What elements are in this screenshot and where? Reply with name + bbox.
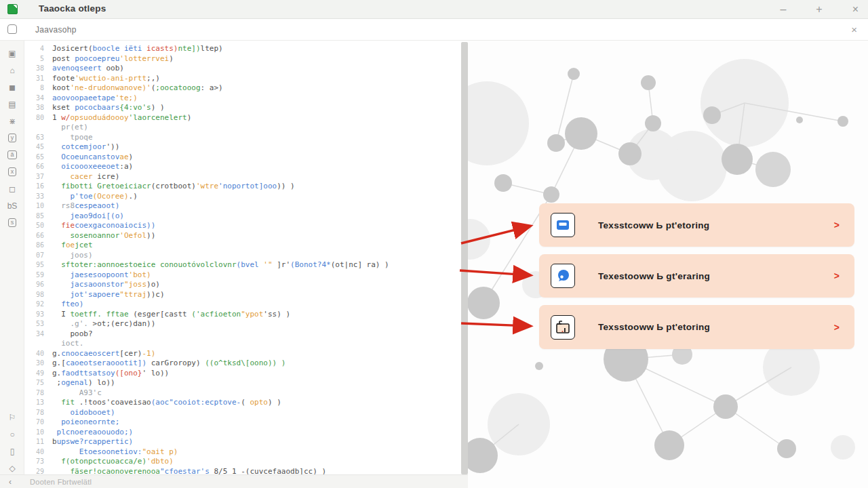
code-token: coexgaconoaiocis)) xyxy=(75,221,155,231)
code-line[interactable]: 65 Ocoeuncanstovae) xyxy=(25,152,461,163)
code-line[interactable]: 96 jacsaoonstor"joss)o) xyxy=(25,280,461,290)
line-number: 11 xyxy=(25,437,44,447)
code-line[interactable]: 11bupswe?rcappertic) xyxy=(25,437,461,447)
code-line[interactable]: 10 rs8cespeaoot) xyxy=(25,201,461,211)
code-token: cacer xyxy=(52,172,93,182)
code-token: faodttsatsoy xyxy=(61,369,115,379)
code-line[interactable]: 70 poieoneornte; xyxy=(25,418,461,428)
code-token: carGroropy) xyxy=(146,359,205,369)
code-line[interactable]: 4Josicert(boocle iëti icasts)nte])ltep) xyxy=(25,44,461,54)
code-line[interactable]: 31foote'wuctio-ani-prtt;,) xyxy=(25,74,461,84)
flag-icon[interactable]: ⚐ xyxy=(9,409,16,426)
minimize-button[interactable]: – xyxy=(777,0,789,19)
code-token: jeao9doi[(o) xyxy=(52,211,124,222)
code-line[interactable]: 92 fteo) xyxy=(25,300,461,310)
a-box-icon[interactable]: ā xyxy=(7,146,16,163)
chevron-right-icon[interactable]: > xyxy=(834,322,840,333)
home-icon[interactable]: ⌂ xyxy=(9,62,14,79)
line-number: 34 xyxy=(25,94,44,104)
close-window-button[interactable]: × xyxy=(850,0,861,19)
line-number: 13 xyxy=(25,398,44,408)
chevron-right-icon[interactable]: > xyxy=(834,220,840,230)
line-number: 85 xyxy=(25,211,44,222)
code-line[interactable]: 53 .g'. >ot;(erc)dan)) xyxy=(25,319,461,329)
code-line[interactable]: 86 foejcet xyxy=(25,241,461,251)
line-number: 5 xyxy=(25,54,44,64)
code-line[interactable]: 66 sosenoannor'Oefol)) xyxy=(25,231,461,241)
line-number: 34 xyxy=(25,329,44,340)
code-line[interactable]: 45 cotcemjoor')) xyxy=(25,142,461,152)
code-token: Etoesoonetiov: xyxy=(52,447,142,458)
code-line[interactable]: 8koot'ne-drudonwanove)'(;oocatooog: a>) xyxy=(25,83,461,94)
code-line[interactable]: 5post poocoepreu'lotterrvei) xyxy=(25,54,461,64)
shuffle-icon: ⋇ xyxy=(9,117,16,126)
code-line[interactable]: 38kset pococbaars{4:vo's) ) xyxy=(25,103,461,113)
inbox-icon[interactable]: ▣ xyxy=(8,45,16,62)
code-token: ltep) xyxy=(201,44,223,54)
code-line[interactable]: 59 jaesesoopoont'bot) xyxy=(25,270,461,281)
code-line[interactable]: 75 ;ogenal) lo)) xyxy=(25,378,461,388)
card-icon[interactable]: ▤ xyxy=(8,96,16,113)
code-line[interactable]: 95 sftoter:aonnoestoeice conouotóvolclov… xyxy=(25,260,461,270)
x-box-icon[interactable]: x xyxy=(8,163,17,180)
circle-icon[interactable]: ○ xyxy=(9,426,14,443)
y-box-icon[interactable]: y xyxy=(8,129,17,146)
step-card-2[interactable]: Texestooww Ь gt'eraring > xyxy=(539,254,854,298)
line-number: 75 xyxy=(25,378,44,388)
code-line[interactable]: 38avenoqseert oob) xyxy=(25,64,461,74)
code-line[interactable]: 40 Etoesoonetiov:"oait p) xyxy=(25,447,461,458)
code-line[interactable]: 37 cacer icre) xyxy=(25,172,461,182)
code-line[interactable]: pr(et) xyxy=(25,123,461,133)
inbox-icon: ▣ xyxy=(8,49,16,58)
code-line[interactable]: 34 poob? xyxy=(25,329,461,340)
code-line[interactable]: ioct. xyxy=(25,339,461,349)
page-icon[interactable]: ▯ xyxy=(10,443,15,460)
code-token: "ttraj xyxy=(119,290,146,300)
line-number: 95 xyxy=(25,260,44,270)
shuffle-icon[interactable]: ⋇ xyxy=(9,113,16,129)
code-token: toetff. fftae xyxy=(71,310,134,320)
editor-scrollbar[interactable] xyxy=(461,42,468,474)
code-token: 'bot) xyxy=(129,270,151,281)
code-token: (aoc"cooiot:ecptove- xyxy=(151,398,241,408)
code-line[interactable]: 16 fibotti Gretoeiciacr(crotboot)'wtre'n… xyxy=(25,182,461,192)
code-line[interactable]: 07 joos) xyxy=(25,251,461,261)
code-line[interactable]: 801 w/opsuoduádoooy'laorcenelert) xyxy=(25,113,461,123)
briefcase-icon[interactable]: ◻ xyxy=(9,180,16,197)
code-line[interactable]: 63 tpoqe xyxy=(25,133,461,143)
code-line[interactable]: 78 oidobooet) xyxy=(25,408,461,418)
code-line[interactable]: 10 plcnoereaoouodo;) xyxy=(25,428,461,438)
close-tab-icon[interactable]: × xyxy=(851,24,857,35)
s-box-icon[interactable]: s xyxy=(8,214,17,231)
code-line[interactable]: 30g.[caoeotseraoootit]) carGroropy) ((o^… xyxy=(25,359,461,369)
tab-javascript[interactable]: Jaavasohp xyxy=(35,25,77,35)
code-editor[interactable]: 4Josicert(boocle iëti icasts)nte])ltep)5… xyxy=(25,41,461,474)
code-line[interactable]: 93 I toetff. fftae (esger[castt ('acfioe… xyxy=(25,310,461,320)
code-line[interactable]: 29 fäser!ocaonoverenooa"cfoestar's 8/5 1… xyxy=(25,467,461,475)
code-token: (Bonot?4* xyxy=(290,260,331,270)
code-token: :a) xyxy=(119,162,133,172)
line-number: 10 xyxy=(25,428,44,438)
code-token: g. xyxy=(52,349,61,359)
step-card-1[interactable]: Texsstcoww Ь pt'etoring > xyxy=(539,203,854,247)
code-line[interactable]: 73 f(otonpctcuoacca/e)'dbto) xyxy=(25,457,461,467)
code-line[interactable]: 49g.faodttsatsoy([ono}' lo)) xyxy=(25,369,461,379)
code-line[interactable]: 13 fit .!toos'coaveisao(aoc"cooiot:ecpto… xyxy=(25,398,461,408)
code-line[interactable]: 85 jeao9doi[(o) xyxy=(25,211,461,222)
code-line[interactable]: 40g.cnoocaeoscert[cer)-1) xyxy=(25,349,461,359)
code-token: Ocoeuncanstov xyxy=(52,152,119,163)
back-chevron-icon[interactable]: ‹ xyxy=(9,477,12,487)
code-line[interactable]: 66 oicoooxeeeoet:a) xyxy=(25,162,461,172)
new-window-button[interactable]: + xyxy=(813,0,825,19)
step-card-3[interactable]: Texsstooww Ь pt'etoring > xyxy=(539,305,854,349)
message-icon xyxy=(551,213,575,237)
code-line[interactable]: 50 fiecoexgaconoaiocis)) xyxy=(25,221,461,231)
bs-icon[interactable]: bS xyxy=(7,197,18,214)
code-line[interactable]: 98 jot'sapoere"ttraj))c) xyxy=(25,290,461,300)
flag-icon: ⚐ xyxy=(9,413,16,422)
code-line[interactable]: 78 A93'c xyxy=(25,388,461,399)
bag-icon[interactable]: ◼ xyxy=(9,79,16,96)
code-line[interactable]: 33 p'toe(Ocoree).) xyxy=(25,192,461,202)
chevron-right-icon[interactable]: > xyxy=(834,270,840,281)
code-line[interactable]: 34aoovoopaeetape'te;) xyxy=(25,94,461,104)
